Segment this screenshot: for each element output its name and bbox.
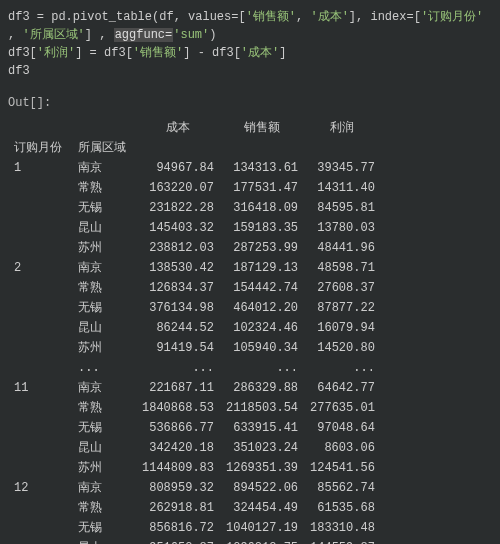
- code-line-2: , '所属区域'] , aggfunc='sum'): [8, 26, 492, 44]
- code-line-4: df3: [8, 62, 492, 80]
- table-row: 无锡856816.721040127.19183310.48: [8, 518, 381, 538]
- table-row: 无锡231822.28316418.0984595.81: [8, 198, 381, 218]
- table-row: 苏州91419.54105940.3414520.80: [8, 338, 381, 358]
- table-row: 昆山342420.18351023.248603.06: [8, 438, 381, 458]
- index-header-row: 订购月份 所属区域: [8, 138, 381, 158]
- table-row: 11南京221687.11286329.8864642.77: [8, 378, 381, 398]
- table-row: 苏州1144809.831269351.39124541.56: [8, 458, 381, 478]
- output-table: 成本 销售额 利润 订购月份 所属区域 1南京94967.84134313.61…: [8, 118, 381, 544]
- col-header-cost: 成本: [136, 118, 220, 138]
- table-row: 无锡536866.77633915.4197048.64: [8, 418, 381, 438]
- table-row: 常熟262918.81324454.4961535.68: [8, 498, 381, 518]
- table-row: 无锡376134.98464012.2087877.22: [8, 298, 381, 318]
- selection-highlight: aggfunc=: [114, 28, 174, 42]
- table-row: 1南京94967.84134313.6139345.77: [8, 158, 381, 178]
- code-line-3: df3['利润'] = df3['销售额'] - df3['成本']: [8, 44, 492, 62]
- table-row: 常熟126834.37154442.7427608.37: [8, 278, 381, 298]
- column-header-row: 成本 销售额 利润: [8, 118, 381, 138]
- table-row: 昆山951652.871096212.75144559.87: [8, 538, 381, 544]
- table-row: 苏州238812.03287253.9948441.96: [8, 238, 381, 258]
- table-row: 12南京808959.32894522.0685562.74: [8, 478, 381, 498]
- idx-header-region: 所属区域: [72, 138, 136, 158]
- ellipsis-row: ... ... ... ...: [8, 358, 381, 378]
- table-row: 2南京138530.42187129.1348598.71: [8, 258, 381, 278]
- table-row: 常熟163220.07177531.4714311.40: [8, 178, 381, 198]
- col-header-sales: 销售额: [220, 118, 304, 138]
- idx-header-month: 订购月份: [8, 138, 72, 158]
- output-label: Out[]:: [8, 94, 492, 112]
- table-row: 昆山145403.32159183.3513780.03: [8, 218, 381, 238]
- table-row: 昆山86244.52102324.4616079.94: [8, 318, 381, 338]
- table-row: 常熟1840868.532118503.54277635.01: [8, 398, 381, 418]
- code-line-1: df3 = pd.pivot_table(df, values=['销售额', …: [8, 8, 492, 26]
- col-header-profit: 利润: [304, 118, 381, 138]
